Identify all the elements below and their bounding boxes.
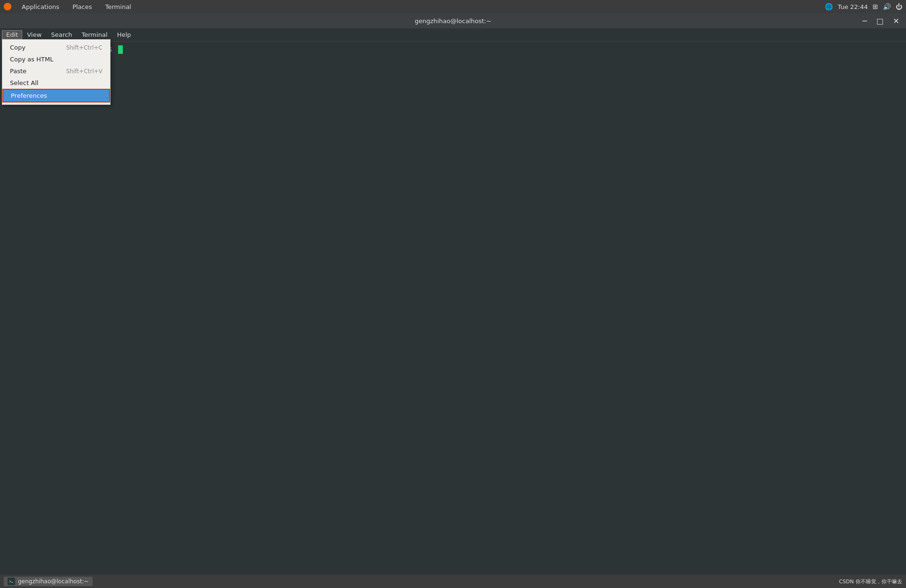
- edit-menu-item[interactable]: Edit: [2, 30, 22, 39]
- maximize-button[interactable]: □: [873, 16, 886, 26]
- terminal-titlebar: gengzhihao@localhost:~ ─ □ ✕: [0, 13, 906, 28]
- volume-icon: 🔊: [883, 3, 891, 10]
- window-title: gengzhihao@localhost:~: [415, 17, 491, 25]
- app-icon: [4, 3, 11, 10]
- edit-dropdown: Copy Shift+Ctrl+C Copy as HTML Paste Shi…: [2, 39, 111, 105]
- network-icon: 🌐: [825, 3, 833, 10]
- copy-item[interactable]: Copy Shift+Ctrl+C: [2, 42, 110, 53]
- taskbar-item-label: gengzhihao@localhost:~: [18, 578, 89, 585]
- edit-menu-container: Edit Copy Shift+Ctrl+C Copy as HTML Past…: [2, 30, 22, 39]
- terminal-cursor: [118, 45, 123, 54]
- terminal-window: gengzhihao@localhost:~ ─ □ ✕ Edit Copy S…: [0, 13, 906, 575]
- taskbar-right-text: CSDN 你不睡觉，你干嘛去: [839, 578, 902, 585]
- search-label: Search: [51, 31, 72, 38]
- help-menu-item[interactable]: Help: [112, 30, 136, 40]
- system-topbar-left: Applications Places Terminal: [4, 2, 134, 11]
- taskbar-right: CSDN 你不睡觉，你干嘛去: [839, 578, 902, 585]
- view-menu-item[interactable]: View: [22, 30, 46, 40]
- taskbar: gengzhihao@localhost:~ CSDN 你不睡觉，你干嘛去: [0, 575, 906, 588]
- search-menu-item[interactable]: Search: [46, 30, 77, 40]
- view-label: View: [27, 31, 42, 38]
- system-topbar-right: 🌐 Tue 22:44 ⊞ 🔊 ⏻: [825, 3, 902, 10]
- copy-html-label: Copy as HTML: [10, 56, 53, 63]
- copy-label: Copy: [10, 44, 26, 51]
- close-button[interactable]: ✕: [890, 16, 902, 26]
- minimize-button[interactable]: ─: [860, 16, 870, 26]
- system-clock: Tue 22:44: [838, 3, 868, 10]
- help-label: Help: [117, 31, 131, 38]
- terminal-menu-item[interactable]: Terminal: [77, 30, 112, 40]
- edit-label: Edit: [6, 31, 18, 38]
- network-connections-icon: ⊞: [872, 3, 878, 10]
- select-all-label: Select All: [10, 79, 38, 86]
- system-topbar: Applications Places Terminal 🌐 Tue 22:44…: [0, 0, 906, 13]
- places-menu[interactable]: Places: [69, 2, 94, 11]
- taskbar-terminal-icon: [8, 578, 15, 585]
- copy-shortcut: Shift+Ctrl+C: [66, 44, 103, 51]
- preferences-item[interactable]: Preferences: [2, 89, 110, 102]
- taskbar-terminal-item[interactable]: gengzhihao@localhost:~: [4, 577, 93, 586]
- applications-menu[interactable]: Applications: [19, 2, 62, 11]
- select-all-item[interactable]: Select All: [2, 77, 110, 89]
- terminal-icon-svg: [9, 579, 14, 584]
- paste-item[interactable]: Paste Shift+Ctrl+V: [2, 65, 110, 77]
- preferences-label: Preferences: [11, 92, 47, 99]
- terminal-menu[interactable]: Terminal: [103, 2, 134, 11]
- terminal-menubar: Edit Copy Shift+Ctrl+C Copy as HTML Past…: [0, 28, 906, 42]
- terminal-label: Terminal: [82, 31, 108, 38]
- power-icon: ⏻: [896, 3, 902, 10]
- copy-html-item[interactable]: Copy as HTML: [2, 53, 110, 65]
- window-controls: ─ □ ✕: [860, 16, 902, 26]
- paste-shortcut: Shift+Ctrl+V: [66, 68, 103, 75]
- terminal-content[interactable]: [gengzhihao@localhost ~]$: [0, 42, 906, 575]
- terminal-prompt: [gengzhihao@localhost ~]$: [6, 45, 900, 54]
- paste-label: Paste: [10, 68, 26, 75]
- taskbar-left: gengzhihao@localhost:~: [4, 577, 93, 586]
